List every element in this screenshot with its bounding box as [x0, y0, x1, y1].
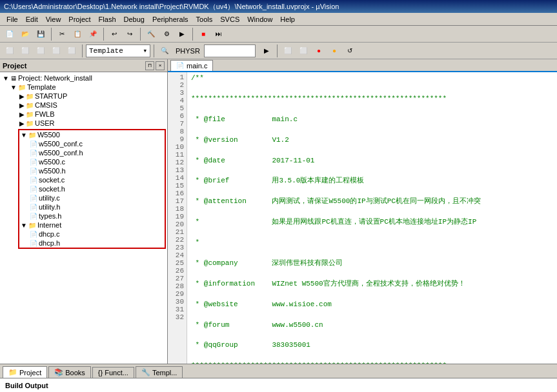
line-number: 12	[170, 159, 184, 166]
tb2-btn3[interactable]: ⬜	[34, 44, 48, 58]
tb2-btn1[interactable]: ⬜	[3, 44, 17, 58]
physr-go[interactable]: ▶	[259, 44, 274, 58]
open-button[interactable]: 📂	[18, 27, 32, 41]
physr-input[interactable]	[204, 44, 256, 57]
separator3	[140, 28, 141, 41]
code-content[interactable]: /** ************************************…	[187, 72, 557, 364]
tb2-btn5[interactable]: ⬜	[65, 44, 79, 58]
file-utility-c[interactable]: 📄 utility.c	[28, 193, 165, 202]
rebuild-button[interactable]: ⚙	[159, 27, 174, 41]
tree-fwlb[interactable]: ▶ 📁 FWLB	[18, 110, 166, 119]
menu-svcs[interactable]: SVCS	[216, 14, 243, 24]
new-button[interactable]: 📄	[3, 27, 17, 41]
line-number: 14	[170, 174, 184, 182]
file-w5500-c[interactable]: 📄 w5500.c	[28, 157, 165, 166]
file-socket-c[interactable]: 📄 socket.c	[28, 175, 165, 184]
file-w5500-conf-h[interactable]: 📄 w5500_conf.h	[28, 148, 165, 157]
debug-button[interactable]: ▶	[175, 27, 189, 41]
code-line: * 如果是用网线跟PC机直连，请设置PC机本地连接地址IP为静态IP	[191, 217, 553, 228]
file-utility-h[interactable]: 📄 utility.h	[28, 202, 165, 211]
copy-button[interactable]: 📋	[70, 27, 85, 41]
file-dhcp-h[interactable]: 📄 dhcp.h	[28, 239, 165, 248]
file-label: w5500_conf.c	[39, 140, 83, 148]
panel-close-btn[interactable]: ×	[156, 61, 165, 70]
file-icon10: 📄	[30, 231, 37, 238]
code-line: * @version V1.2	[191, 135, 553, 146]
target-dropdown[interactable]: Template ▾	[86, 44, 150, 57]
line-number: 19	[170, 213, 184, 220]
undo-button[interactable]: ↩	[107, 27, 121, 41]
menu-tools[interactable]: Tools	[192, 14, 217, 24]
menu-flash[interactable]: Flash	[95, 14, 120, 24]
fwlb-label: FWLB	[35, 110, 55, 118]
tab-funct-label: Funct...	[105, 369, 128, 377]
project-tree: ▼ 🖥 Project: Network_install ▼ 📁 Templat…	[0, 72, 167, 364]
tree-cmsis[interactable]: ▶ 📁 CMSIS	[18, 101, 166, 110]
tb2-btn8[interactable]: ●	[312, 44, 326, 58]
tb2-btn2[interactable]: ⬜	[18, 44, 32, 58]
tree-template[interactable]: ▼ 📁 Template	[9, 83, 166, 92]
project-header: Project ⊓ ×	[0, 59, 167, 72]
code-area: 1234567891011121314151617181920212223242…	[168, 72, 557, 364]
cut-button[interactable]: ✂	[55, 27, 69, 41]
build-button[interactable]: 🔨	[144, 27, 158, 41]
tb2-btn9[interactable]: ●	[327, 44, 341, 58]
code-line: /**	[191, 74, 553, 84]
tab-books[interactable]: 📚 Books	[48, 366, 91, 378]
project-panel-title: Project	[3, 62, 26, 70]
stop-button[interactable]: ■	[196, 27, 210, 41]
code-line: ****************************************…	[191, 361, 553, 364]
tree-user[interactable]: ▶ 📁 USER	[18, 119, 166, 128]
menu-view[interactable]: View	[42, 14, 65, 24]
line-number: 4	[170, 97, 184, 104]
file-icon2: 📄	[30, 150, 37, 157]
file-icon11: 📄	[30, 240, 37, 247]
menu-peripherals[interactable]: Peripherals	[148, 14, 192, 24]
tb2-btn7[interactable]: ⬜	[296, 44, 310, 58]
file-w5500-conf-c[interactable]: 📄 w5500_conf.c	[28, 139, 165, 148]
w5500-group: ▼ 📁 W5500 📄 w5500_conf.c 📄 w5500_c	[18, 129, 166, 249]
redo-button[interactable]: ↪	[123, 27, 137, 41]
file-icon5: 📄	[30, 177, 37, 184]
tree-expand-icon: ▼	[3, 75, 9, 82]
file-label2: w5500_conf.h	[39, 149, 83, 157]
paste-button[interactable]: 📌	[86, 27, 100, 41]
tree-w5500[interactable]: ▼ 📁 W5500	[19, 130, 165, 139]
file-icon7: 📄	[30, 195, 37, 202]
file-w5500-h[interactable]: 📄 w5500.h	[28, 166, 165, 175]
line-number: 13	[170, 166, 184, 174]
tree-startup[interactable]: ▶ 📁 STARTUP	[18, 92, 166, 101]
menu-window[interactable]: Window	[243, 14, 276, 24]
file-types-h[interactable]: 📄 types.h	[28, 211, 165, 220]
panel-dock-btn[interactable]: ⊓	[145, 61, 154, 70]
menu-debug[interactable]: Debug	[120, 14, 148, 24]
tab-project-label: Project	[19, 369, 41, 377]
template-children: ▶ 📁 STARTUP ▶ 📁 CMSIS ▶ 📁 FWLB	[18, 92, 166, 249]
startup-label: STARTUP	[35, 92, 67, 100]
menu-help[interactable]: Help	[276, 14, 299, 24]
tab-funct[interactable]: {} Funct...	[92, 367, 134, 378]
tab-project[interactable]: 📁 Project	[3, 366, 47, 378]
file-socket-h[interactable]: 📄 socket.h	[28, 184, 165, 193]
line-number: 26	[170, 267, 184, 275]
tab-templ[interactable]: 🔧 Templ...	[136, 366, 183, 378]
step-button[interactable]: ⏭	[212, 27, 226, 41]
physr-btn1[interactable]: 🔍	[157, 44, 172, 58]
line-number: 2	[170, 81, 184, 89]
menu-edit[interactable]: Edit	[22, 14, 42, 24]
line-number: 10	[170, 143, 184, 151]
tab-main-c[interactable]: 📄 main.c	[170, 60, 213, 71]
title-text: C:\Users\Administrator\Desktop\1.Network…	[4, 2, 339, 12]
tree-internet[interactable]: ▼ 📁 Internet	[19, 220, 165, 230]
cmsis-label: CMSIS	[35, 101, 57, 109]
tree-project-root[interactable]: ▼ 🖥 Project: Network_install	[1, 74, 166, 83]
file-dhcp-c[interactable]: 📄 dhcp.c	[28, 230, 165, 239]
tb2-btn4[interactable]: ⬜	[49, 44, 63, 58]
tree-expand-icon2: ▼	[10, 84, 17, 91]
save-button[interactable]: 💾	[34, 27, 48, 41]
menu-project[interactable]: Project	[65, 14, 94, 24]
tb2-btn10[interactable]: ↺	[343, 44, 357, 58]
menu-file[interactable]: File	[3, 14, 22, 24]
code-line: * @company 深圳伟世科技有限公司	[191, 259, 553, 269]
tb2-btn6[interactable]: ⬜	[281, 44, 295, 58]
